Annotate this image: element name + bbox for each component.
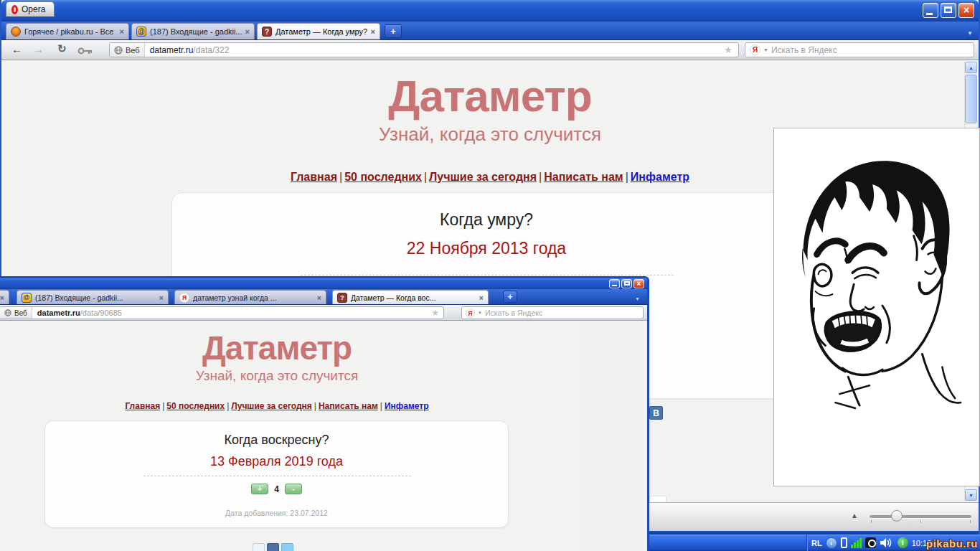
url-field[interactable]: Веб datametr.ru/data/90685 ★ xyxy=(0,306,444,319)
device-icon[interactable] xyxy=(841,537,847,548)
close-button[interactable]: × xyxy=(633,279,644,288)
tab-mail[interactable]: @ (187) Входящие - gadkii... × xyxy=(17,290,169,304)
bookmark-star-icon[interactable]: ★ xyxy=(431,308,439,318)
nav-separator: | xyxy=(312,401,319,411)
nav-link-home[interactable]: Главная xyxy=(125,401,160,411)
tray-collapse-icon[interactable]: ‹ xyxy=(826,537,837,549)
tab-list-chevron-icon[interactable]: ▼ xyxy=(635,296,640,301)
tab-label: (187) Входящие - gadkii... xyxy=(35,293,156,302)
new-tab-button[interactable]: + xyxy=(503,291,517,303)
language-indicator[interactable]: RL xyxy=(811,539,822,547)
tab-datametr-active[interactable]: ? Датаметр — Когда умру? × xyxy=(257,23,380,39)
tab-close-icon[interactable]: × xyxy=(159,293,164,302)
site-logo: Датаметр xyxy=(1,72,979,121)
site-tagline: Узнай, когда это случится xyxy=(0,368,582,384)
globe-icon xyxy=(4,309,11,316)
url-path: /data/90685 xyxy=(80,309,122,317)
vk-share-icon[interactable] xyxy=(253,543,265,551)
tab-close-icon[interactable]: × xyxy=(479,293,484,302)
scrollbar-thumb[interactable] xyxy=(965,75,977,123)
volume-icon[interactable] xyxy=(880,537,894,548)
url-badge[interactable]: Веб xyxy=(0,307,32,319)
search-placeholder: Искать в Яндекс xyxy=(485,309,542,317)
nav-link-contact[interactable]: Написать нам xyxy=(319,401,378,411)
tab-datametr-active[interactable]: ? Датаметр — Когда вос... × xyxy=(332,290,489,304)
back-icon[interactable]: ← xyxy=(11,43,22,55)
vote-down-button[interactable]: - xyxy=(285,484,302,494)
address-bar: Веб datametr.ru/data/90685 ★ Я ▼ Искать … xyxy=(0,305,647,321)
maximize-button[interactable] xyxy=(941,3,956,18)
nav-link-last50[interactable]: 50 последних xyxy=(166,401,225,411)
nav-link-infametr[interactable]: Инфаметр xyxy=(385,401,429,411)
tab-close-icon[interactable]: × xyxy=(0,293,4,302)
tab-list-chevron-icon[interactable]: ▼ xyxy=(967,30,973,37)
tab-mail[interactable]: @ (187) Входящие - gadkii... × xyxy=(131,23,255,39)
search-field[interactable]: Я ▼ Искать в Яндекс xyxy=(745,42,974,57)
search-field[interactable]: Я ▼ Искать в Яндекс xyxy=(461,306,644,319)
scroll-up-icon[interactable]: ▲ xyxy=(965,62,977,73)
title-bar[interactable]: Opera × xyxy=(1,0,979,22)
opera-menu-button[interactable]: Opera xyxy=(6,1,55,17)
nav-separator: | xyxy=(623,171,631,183)
nav-separator: | xyxy=(378,401,385,411)
address-bar: ← → ↻ Веб datametr.ru/data/322 ★ xyxy=(1,40,979,60)
search-engine-chevron-icon[interactable]: ▼ xyxy=(763,47,768,52)
pikabu-favicon-icon xyxy=(11,27,21,37)
new-tab-button[interactable]: + xyxy=(385,24,402,38)
vote-up-button[interactable]: + xyxy=(251,484,268,494)
tab-pikabu[interactable]: Горячее / pikabu.ru - Все × xyxy=(6,23,129,39)
tab-close-icon[interactable]: × xyxy=(120,27,124,36)
tab-label: Горячее / pikabu.ru - Все xyxy=(24,27,116,36)
search-placeholder: Искать в Яндекс xyxy=(771,45,837,55)
tab-yandex-search[interactable]: Я датаметр узнай когда ... × xyxy=(174,290,326,304)
tab-close-icon[interactable]: × xyxy=(245,27,250,36)
minimize-button[interactable] xyxy=(923,3,938,18)
signal-bars-icon[interactable] xyxy=(851,538,862,548)
desktop: Opera × Горячее / pikabu.ru - Все × @ (1… xyxy=(0,0,980,551)
title-bar[interactable]: × xyxy=(0,278,647,289)
url-host: datametr.ru xyxy=(145,45,194,55)
tab-label: Датаметр — Когда вос... xyxy=(351,293,476,302)
tab-partial[interactable]: × xyxy=(0,290,9,304)
zoom-slider-track[interactable] xyxy=(870,515,971,518)
steam-icon[interactable] xyxy=(865,537,876,548)
close-button[interactable]: × xyxy=(958,3,974,18)
forward-icon[interactable]: → xyxy=(33,43,44,55)
question-text: Когда воскресну? xyxy=(45,433,508,448)
url-badge[interactable]: Веб xyxy=(110,43,145,57)
zoom-slider-handle[interactable] xyxy=(891,510,903,522)
tab-bar: Горячее / pikabu.ru - Все × @ (187) Вход… xyxy=(1,22,979,40)
yandex-icon: Я xyxy=(466,309,475,318)
mailru-favicon-icon: @ xyxy=(136,27,146,37)
nav-link-last50[interactable]: 50 последних xyxy=(344,171,422,183)
scroll-down-icon[interactable]: ▼ xyxy=(965,489,977,501)
datametr-favicon-icon: ? xyxy=(337,293,347,303)
nav-link-best[interactable]: Лучшие за сегодня xyxy=(231,401,312,411)
opera-logo-icon xyxy=(11,5,18,14)
pikabu-watermark: pikabu.ru xyxy=(926,537,978,550)
added-date: Дата добавления: 23.07.2012 xyxy=(45,509,508,517)
yandex-icon: Я xyxy=(750,44,760,55)
reload-icon[interactable]: ↻ xyxy=(57,42,67,55)
wand-key-icon[interactable] xyxy=(77,47,93,55)
nav-link-contact[interactable]: Написать нам xyxy=(544,171,623,183)
tab-close-icon[interactable]: × xyxy=(371,27,375,36)
zoom-up-icon[interactable]: ▲ xyxy=(851,512,858,519)
minimize-button[interactable] xyxy=(609,279,620,288)
maximize-button[interactable] xyxy=(621,279,632,288)
url-badge-label: Веб xyxy=(126,46,140,55)
bookmark-star-icon[interactable]: ★ xyxy=(724,44,732,55)
info-icon[interactable]: i xyxy=(897,537,908,548)
url-field[interactable]: Веб datametr.ru/data/322 ★ xyxy=(109,42,739,57)
tab-bar: × @ (187) Входящие - gadkii... × Я датам… xyxy=(0,289,647,305)
nav-link-home[interactable]: Главная xyxy=(291,171,337,183)
maximize-icon xyxy=(944,6,952,13)
facebook-share-icon[interactable] xyxy=(267,543,279,551)
answer-date: 13 Февраля 2019 года xyxy=(45,454,508,469)
nav-link-infametr[interactable]: Инфаметр xyxy=(631,171,689,183)
nav-link-best[interactable]: Лучшие за сегодня xyxy=(429,171,537,183)
vk-share-button[interactable]: В xyxy=(649,406,663,420)
tab-close-icon[interactable]: × xyxy=(317,293,321,302)
search-engine-chevron-icon[interactable]: ▼ xyxy=(478,311,482,315)
twitter-share-icon[interactable] xyxy=(281,543,293,551)
